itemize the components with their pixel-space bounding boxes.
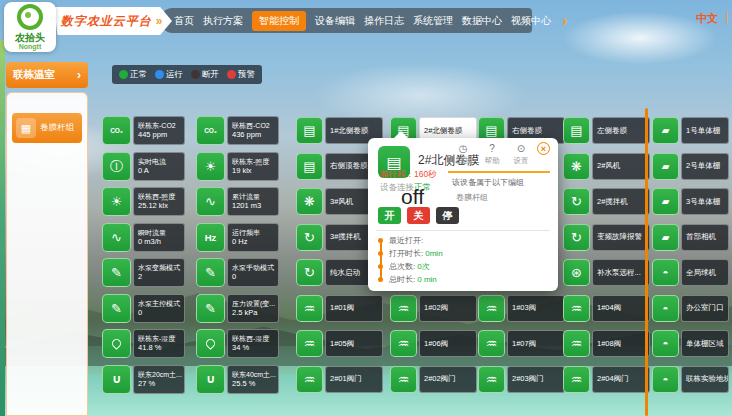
sensor-tile[interactable]: 联栋西-湿度34 %: [196, 329, 279, 358]
sensor-tile[interactable]: ∪联东20cm土...27 %: [102, 365, 185, 394]
sensor-name: 水泵手动模式: [232, 263, 274, 272]
sidebar-item-roller-group[interactable]: ▦ 卷膜杆组: [12, 113, 82, 143]
sensor-tile[interactable]: Hz运行频率0 Hz: [196, 223, 279, 252]
device-tile[interactable]: ♒2#03阀门: [478, 366, 565, 393]
tabs-underline: [448, 171, 550, 173]
sensor-tile[interactable]: CO₂联栋西-CO2436 ppm: [196, 116, 279, 145]
sensor-tile[interactable]: ∪联东40cm土...25.5 %: [196, 365, 279, 394]
sensor-tile-box: 联栋西-照度25.12 klx: [133, 187, 185, 216]
dome-camera-icon: ◓: [652, 295, 679, 322]
popup-tab[interactable]: ?帮助: [479, 143, 505, 165]
language-switch[interactable]: 中文: [696, 11, 718, 26]
sensor-tile[interactable]: ☀联栋东-照度19 klx: [196, 152, 279, 181]
pump-icon: ⊛: [563, 259, 590, 286]
mode-icon: ✎: [196, 258, 225, 287]
device-tile[interactable]: ♒2#02阀门: [390, 366, 477, 393]
sensor-tile[interactable]: ✎水泵手动模式0: [196, 258, 279, 287]
icon-glyph: ↻: [304, 231, 315, 244]
device-tile-box: 2#04阀门: [592, 366, 650, 393]
camera-tile[interactable]: ◓联栋实验地块: [652, 366, 729, 393]
control-button[interactable]: 关: [407, 207, 430, 224]
camera-tile[interactable]: ▰首部相机: [652, 224, 729, 251]
icon-glyph: ☀: [111, 195, 123, 208]
nav-item[interactable]: 首页: [174, 14, 194, 28]
device-tile[interactable]: ↻2#搅拌机: [563, 188, 650, 215]
stat-value: 0 min: [417, 275, 437, 284]
nav-item[interactable]: 执行方案: [203, 14, 243, 28]
device-tile[interactable]: ♒1#07阀: [478, 330, 565, 357]
device-tile[interactable]: ♒1#03阀: [478, 295, 565, 322]
legend-item: 正常: [119, 69, 147, 81]
device-tile[interactable]: ♒1#01阀: [296, 295, 383, 322]
camera-tile-box: 2号单体棚: [681, 153, 729, 180]
sensor-tile[interactable]: CO₂联栋东-CO2445 ppm: [102, 116, 185, 145]
legend-item: 运行: [155, 69, 183, 81]
camera-tile[interactable]: ▰2号单体棚: [652, 153, 729, 180]
device-tile-box: 2#搅拌机: [592, 188, 650, 215]
device-label: 2#风机: [597, 161, 620, 171]
icon-glyph: Hz: [205, 231, 217, 244]
device-tile[interactable]: ❋2#风机: [563, 153, 650, 180]
control-button[interactable]: 停: [436, 207, 459, 224]
camera-tile[interactable]: ◓单体棚区域: [652, 330, 729, 357]
settings-icon: ⊙: [517, 143, 525, 155]
popup-tab[interactable]: ⊙设置: [508, 143, 534, 165]
sensor-tile[interactable]: ☀联栋西-照度25.12 klx: [102, 187, 185, 216]
device-tile[interactable]: ♒1#08阀: [563, 330, 650, 357]
device-label: 变频故障报警: [597, 232, 642, 242]
sensor-tile[interactable]: 联栋东-湿度41.8 %: [102, 329, 185, 358]
sensor-tile[interactable]: ✎压力设置(变...2.5 kPa: [196, 294, 279, 323]
grid-scrollbar[interactable]: [645, 108, 648, 416]
sensor-name: 实时电流: [138, 157, 180, 166]
sensor-value: 34 %: [232, 343, 274, 353]
nav-arrow-icon: ›: [562, 14, 567, 28]
nav-item[interactable]: 操作日志: [364, 14, 404, 28]
control-button[interactable]: 开: [378, 207, 401, 224]
icon-glyph: ❋: [571, 160, 582, 173]
sensor-tile[interactable]: ✎水泵变频模式2: [102, 258, 185, 287]
device-label: 1#02阀: [424, 303, 448, 313]
camera-tile-box: 联栋实验地块: [681, 366, 729, 393]
icon-glyph: ✎: [205, 302, 216, 315]
device-tile[interactable]: ↻变频故障报警: [563, 224, 650, 251]
device-tile[interactable]: ♒1#02阀: [390, 295, 477, 322]
device-tile[interactable]: ♒1#06阀: [390, 330, 477, 357]
mode-icon: ✎: [102, 294, 131, 323]
icon-glyph: ♒: [571, 373, 583, 386]
nav-item[interactable]: 智能控制: [252, 11, 306, 31]
device-tile[interactable]: ♒2#01阀门: [296, 366, 383, 393]
device-tile-box: 左侧卷膜: [592, 117, 650, 144]
camera-tile[interactable]: ▰3号单体棚: [652, 188, 729, 215]
sensor-tile[interactable]: ∿瞬时流量0 m3/h: [102, 223, 185, 252]
legend-dot: [119, 70, 128, 79]
sensor-name: 联栋东-湿度: [138, 334, 180, 343]
device-tile[interactable]: ♒2#04阀门: [563, 366, 650, 393]
sidebar-header-greenhouse[interactable]: 联栋温室 ›: [6, 62, 88, 88]
sensor-tile[interactable]: Ⓘ实时电流0 A: [102, 152, 185, 181]
nav-item[interactable]: 设备编辑: [315, 14, 355, 28]
icon-glyph: ▰: [662, 195, 670, 208]
device-tile[interactable]: ♒1#05阀: [296, 330, 383, 357]
device-tile[interactable]: ⊛补水泵远程...: [563, 259, 650, 286]
icon-glyph: ◓: [662, 302, 668, 315]
camera-label: 1号单体棚: [686, 126, 720, 136]
nav-item[interactable]: 数据中心: [462, 14, 502, 28]
sensor-tile[interactable]: ∿累计流量1201 m3: [196, 187, 279, 216]
camera-tile[interactable]: ▰1号单体棚: [652, 117, 729, 144]
popup-tab[interactable]: ◷日志: [450, 143, 476, 165]
camera-tile[interactable]: ◓全局球机: [652, 259, 729, 286]
sensor-value: 0 m3/h: [138, 237, 180, 247]
sensor-value: 27 %: [138, 379, 180, 389]
sensor-value: 1201 m3: [232, 201, 274, 211]
stat-label: 最近打开:: [389, 235, 423, 246]
camera-tile[interactable]: ◓办公室门口: [652, 295, 729, 322]
mixer-icon: ↻: [296, 259, 323, 286]
nav-item[interactable]: 系统管理: [413, 14, 453, 28]
device-tile[interactable]: ♒1#04阀: [563, 295, 650, 322]
mixer-icon: ↻: [296, 224, 323, 251]
device-label: 1#01阀: [330, 303, 354, 313]
device-tile[interactable]: ▤左侧卷膜: [563, 117, 650, 144]
nav-item[interactable]: 视频中心: [511, 14, 551, 28]
close-icon[interactable]: ×: [537, 142, 550, 155]
sensor-tile[interactable]: ✎水泵主控模式0: [102, 294, 185, 323]
